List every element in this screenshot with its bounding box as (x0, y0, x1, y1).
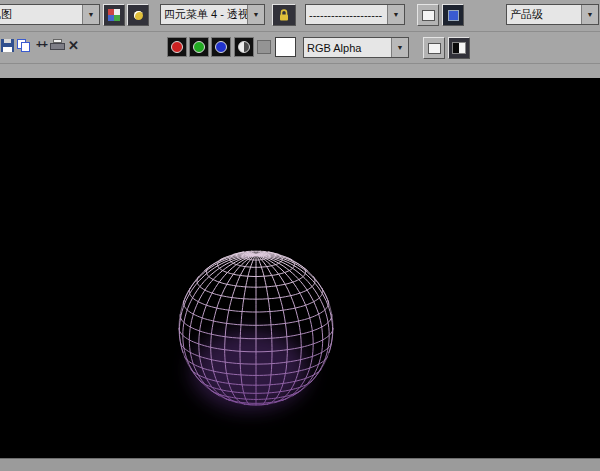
lighting-button[interactable] (127, 4, 149, 26)
chevron-down-icon[interactable] (581, 5, 598, 24)
channel-display-combo[interactable]: RGB Alpha (303, 37, 409, 58)
production-combo-value: 产品级 (507, 7, 581, 22)
lock-button[interactable] (272, 4, 296, 26)
sphere-svg (0, 78, 600, 458)
clear-button[interactable]: ✕ (68, 39, 79, 52)
red-channel-icon (171, 41, 183, 53)
view-combo[interactable]: 视图 (0, 4, 100, 25)
separator-combo[interactable]: -------------------- (305, 4, 405, 25)
viewport-layout-icon (108, 9, 120, 21)
alpha-channel-button[interactable] (257, 40, 271, 54)
viewport-layout-button[interactable] (103, 4, 125, 26)
environment-icon (448, 10, 459, 21)
black-white-icon (452, 42, 466, 54)
window-chrome: 视图 四元菜单 4 - 透视 -------------------- (0, 0, 600, 78)
save-image-button[interactable] (1, 39, 14, 52)
overlay-ui-icon (428, 43, 441, 54)
chevron-down-icon[interactable] (387, 5, 404, 24)
print-icon (50, 39, 65, 51)
toolbar-row-1: 视图 四元菜单 4 - 透视 -------------------- (0, 0, 600, 32)
chevron-down-icon[interactable] (391, 38, 408, 57)
blue-channel-icon (215, 41, 227, 53)
red-channel-button[interactable] (167, 37, 187, 57)
render-setup-button[interactable] (417, 4, 439, 26)
channel-display-value: RGB Alpha (304, 42, 391, 54)
status-strip (0, 458, 600, 471)
overlay-ui-button[interactable] (423, 37, 445, 59)
chevron-down-icon[interactable] (247, 5, 264, 24)
quad-menu-combo[interactable]: 四元菜单 4 - 透视 (160, 4, 265, 25)
light-icon (134, 11, 143, 20)
separator-combo-value: -------------------- (306, 9, 387, 21)
render-viewport[interactable] (0, 78, 600, 458)
green-channel-button[interactable] (189, 37, 209, 57)
blue-channel-button[interactable] (211, 37, 231, 57)
environment-button[interactable] (442, 4, 464, 26)
clear-icon: ✕ (68, 39, 79, 52)
print-image-button[interactable] (50, 39, 65, 51)
save-icon (1, 39, 14, 52)
bw-toggle-button[interactable] (448, 37, 470, 59)
copy-icon (17, 39, 31, 52)
lock-icon (277, 8, 291, 22)
background-color-swatch[interactable] (275, 37, 296, 57)
quad-menu-combo-value: 四元菜单 4 - 透视 (161, 7, 247, 22)
wireframe-sphere (179, 251, 333, 405)
copy-image-button[interactable] (17, 39, 31, 52)
render-setup-icon (422, 10, 435, 21)
green-channel-icon (193, 41, 205, 53)
clone-icon: ++ (36, 39, 47, 50)
production-combo[interactable]: 产品级 (506, 4, 599, 25)
toolbar-row-2: ++ ✕ RGB Alpha (0, 32, 600, 64)
mono-channel-button[interactable] (234, 37, 254, 57)
view-combo-value: 视图 (0, 7, 82, 22)
chevron-down-icon[interactable] (82, 5, 99, 24)
mono-channel-icon (238, 41, 250, 53)
clone-window-button[interactable]: ++ (36, 39, 47, 50)
